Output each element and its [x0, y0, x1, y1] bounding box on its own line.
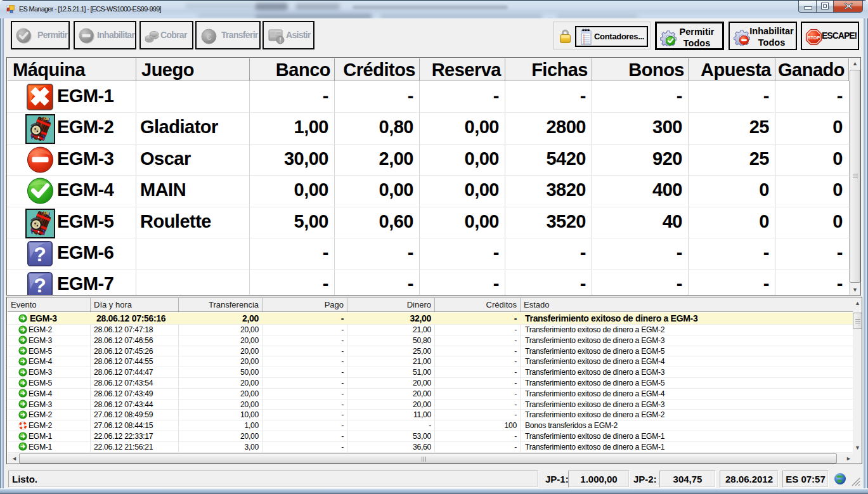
svg-text:?: ?	[34, 274, 46, 296]
svg-text:€: €	[207, 32, 212, 42]
svg-text:!: !	[279, 36, 282, 44]
svg-text:?: ?	[34, 243, 46, 266]
svg-text:STOP: STOP	[808, 36, 820, 41]
